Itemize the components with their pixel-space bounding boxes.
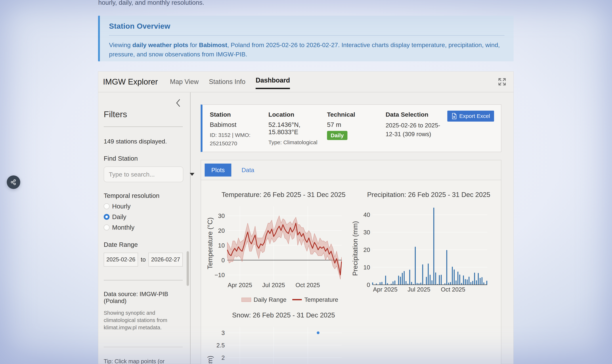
date-range-to-label: to [138,256,148,263]
date-from-input[interactable] [104,253,138,267]
sidebar-divider [104,127,183,127]
export-excel-icon-label: Export Excel [459,113,490,119]
station-search-combobox[interactable] [104,167,183,182]
radio-monthly[interactable]: Monthly [104,224,183,231]
radio-daily[interactable]: Daily [104,213,183,221]
snow-chart: Snow: 26 Feb 2025 - 31 Dec 202532.52Snow… [207,309,346,364]
temperature-chart: Temperature: 26 Feb 2025 - 31 Dec 202530… [207,188,346,306]
find-station-label: Find Station [104,155,183,162]
svg-text:10: 10 [218,242,225,249]
svg-text:Temperature: Temperature [304,296,338,303]
fullscreen-icon[interactable] [498,78,507,86]
sidebar-title: Filters [104,109,183,119]
technical-label: Technical [327,111,382,118]
filters-sidebar: Filters 149 stations displayed. Find Sta… [98,92,191,364]
app-navbar: IMGW Explorer Map ViewStations InfoDashb… [98,72,513,92]
svg-text:0: 0 [367,282,370,288]
station-column: Station Babimost ID: 3152 | WMO: 2521502… [210,111,268,145]
date-to-input[interactable] [148,253,183,267]
technical-column: Technical 57 m Daily [327,111,386,145]
imgw-explorer-app: IMGW Explorer Map ViewStations InfoDashb… [98,71,514,364]
nav-tabs: Map ViewStations InfoDashboard [170,72,300,92]
svg-text:2.5: 2.5 [216,342,225,349]
station-elevation: 57 m [327,121,382,128]
date-range-row: to [104,253,183,267]
radio-dot-monthly[interactable] [104,224,110,230]
radio-label: Daily [112,213,126,221]
radio-hourly[interactable]: Hourly [104,203,183,210]
location-label: Location [268,111,323,118]
svg-text:20: 20 [363,247,370,253]
nav-tab-dashboard[interactable]: Dashboard [256,72,290,89]
svg-text:Daily Range: Daily Range [254,296,286,303]
callout-divider [109,35,505,36]
plots-tab-bar: PlotsData [201,160,501,180]
svg-text:10: 10 [363,264,370,271]
data-selection-label: Data Selection [386,111,441,118]
data-source-line: Data source: IMGW-PIB (Poland) [104,291,183,304]
temporal-resolution-group: HourlyDailyMonthly [104,203,183,231]
station-overview-callout: Station Overview Viewing daily weather p… [98,16,514,61]
station-type: Type: Climatological [268,138,323,147]
svg-text:3: 3 [221,329,225,336]
radio-label: Hourly [112,203,130,210]
station-ids: ID: 3152 | WMO: 252150270 [210,131,252,148]
svg-text:Precipitation (mm): Precipitation (mm) [352,221,359,276]
plots-tab-plots[interactable]: Plots [205,164,231,177]
temporal-resolution-label: Temporal resolution [104,192,183,199]
sidebar-scrollbar-thumb[interactable] [187,251,189,286]
data-selection-column: Data Selection 2025-02-26 to 2025-12-31 … [386,111,444,145]
overview-text: Viewing daily weather plots for Babimost… [109,40,505,59]
sidebar-divider-3 [104,347,183,347]
plots-card: PlotsData Temperature: 26 Feb 2025 - 31 … [201,160,501,364]
radio-label: Monthly [112,224,135,231]
screenshot-root: hourly, daily, and monthly resolutions. … [0,0,612,364]
location-coords: 52.1436°N, 15.8033°E [268,121,323,136]
svg-text:Temperature: 26 Feb 2025 - 31: Temperature: 26 Feb 2025 - 31 Dec 2025 [222,191,346,198]
svg-text:Apr 2025: Apr 2025 [373,286,397,293]
svg-text:−10: −10 [215,272,225,278]
svg-text:Jul 2025: Jul 2025 [407,286,430,293]
svg-text:30: 30 [363,229,370,236]
svg-text:Apr 2025: Apr 2025 [228,282,252,288]
svg-text:Snow Depth (cm): Snow Depth (cm) [207,356,214,364]
sidebar-collapse-chevron-icon[interactable] [175,99,181,107]
radio-dot-daily[interactable] [104,214,110,220]
svg-text:40: 40 [363,211,370,218]
station-name: Babimost [210,121,265,128]
svg-text:Snow: 26 Feb 2025 - 31 Dec 202: Snow: 26 Feb 2025 - 31 Dec 2025 [232,312,335,319]
date-range-label: Date Range [104,241,183,248]
svg-text:Oct 2025: Oct 2025 [441,286,465,293]
sidebar-tip: Tip: Click map points (or double-click t… [104,357,183,364]
nav-tab-stations-info[interactable]: Stations Info [209,72,245,92]
svg-text:20: 20 [218,227,225,234]
svg-text:30: 30 [218,212,225,219]
sidebar-divider-2 [104,280,183,280]
share-icon [10,178,17,186]
location-column: Location 52.1436°N, 15.8033°E Type: Clim… [268,111,327,145]
svg-text:Oct 2025: Oct 2025 [296,282,320,288]
precipitation-chart: Precipitation: 26 Feb 2025 - 31 Dec 2025… [352,188,491,298]
svg-text:Precipitation: 26 Feb 2025 - 3: Precipitation: 26 Feb 2025 - 31 Dec 2025 [367,191,490,198]
callout-title: Station Overview [109,22,505,30]
app-brand: IMGW Explorer [103,77,158,86]
svg-text:Temperature (°C): Temperature (°C) [207,217,214,269]
radio-dot-hourly[interactable] [104,203,110,209]
dashboard-main: Station Babimost ID: 3152 | WMO: 2521502… [191,92,513,364]
station-search-input[interactable] [109,171,190,178]
svg-text:Jul 2025: Jul 2025 [262,282,285,288]
plots-tab-data[interactable]: Data [235,164,261,177]
svg-text:0: 0 [221,257,225,264]
share-button[interactable] [7,175,20,189]
export-excel-button[interactable]: Export Excel [447,111,494,122]
svg-text:2: 2 [221,354,225,361]
nav-tab-map-view[interactable]: Map View [170,72,199,92]
nav-spacer [300,72,498,92]
station-summary-card: Station Babimost ID: 3152 | WMO: 2521502… [201,104,501,152]
station-label: Station [210,111,265,118]
daily-badge: Daily [327,131,347,140]
intro-text-tail: hourly, daily, and monthly resolutions. [98,0,204,6]
app-body: Filters 149 stations displayed. Find Sta… [98,92,513,364]
data-source-note: Showing synoptic and climatological stat… [104,309,183,331]
stations-count: 149 stations displayed. [104,138,183,145]
